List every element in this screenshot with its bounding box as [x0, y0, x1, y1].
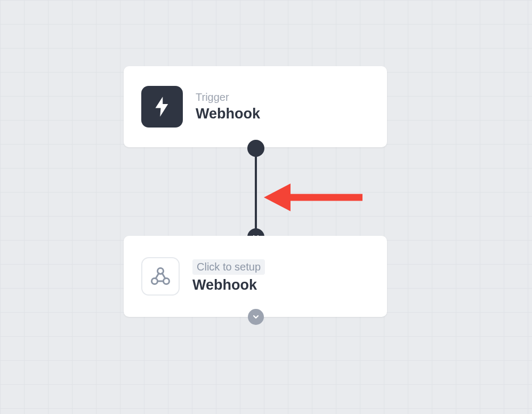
trigger-node[interactable]: Trigger Webhook [124, 66, 387, 147]
svg-marker-4 [264, 184, 291, 211]
lightning-icon [141, 86, 183, 128]
add-step-button[interactable] [248, 309, 264, 325]
action-setup-badge[interactable]: Click to setup [192, 259, 265, 275]
workflow-canvas[interactable]: Trigger Webhook Click to setup Webhook [0, 0, 532, 414]
action-node[interactable]: Click to setup Webhook [124, 236, 387, 317]
action-node-text: Click to setup Webhook [192, 259, 265, 293]
svg-point-1 [152, 278, 158, 284]
action-title: Webhook [192, 277, 265, 293]
svg-point-2 [164, 278, 170, 284]
annotation-arrow-icon [264, 181, 370, 219]
chevron-down-icon [252, 313, 260, 321]
webhook-icon [141, 257, 180, 296]
trigger-title: Webhook [196, 106, 260, 122]
connector-line[interactable] [255, 148, 257, 237]
trigger-label: Trigger [196, 91, 260, 104]
trigger-node-text: Trigger Webhook [196, 91, 260, 122]
